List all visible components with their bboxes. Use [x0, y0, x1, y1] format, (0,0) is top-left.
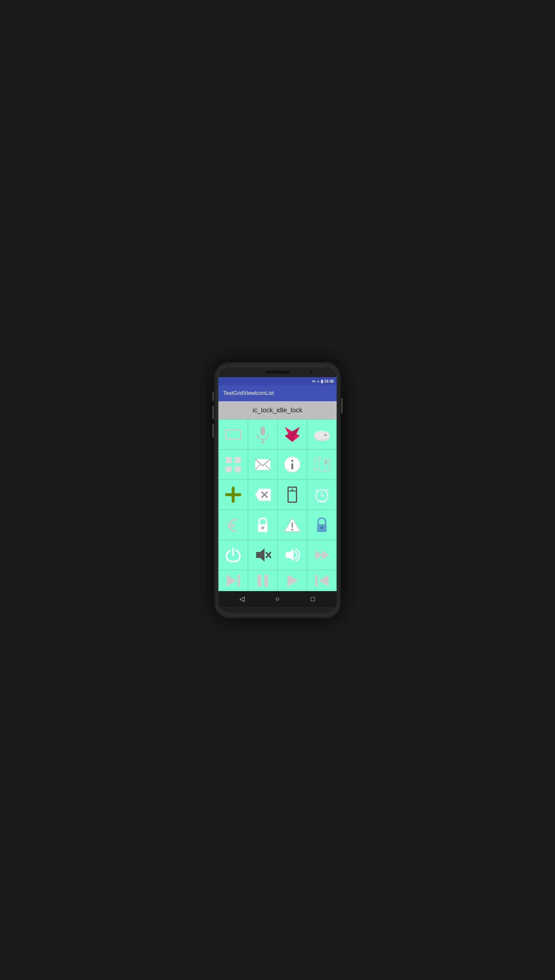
grid-cell-map[interactable]: [307, 449, 337, 480]
svg-point-42: [291, 529, 293, 531]
phone-device: 3G ▲ ▓ 16:38 TestGridViewIconList ic_loc…: [214, 362, 341, 618]
app-bar: TestGridViewIconList: [218, 385, 337, 401]
icon-grid: i: [218, 419, 337, 591]
info-icon: i: [283, 456, 302, 473]
email-icon: [253, 456, 272, 473]
lock-gray-icon: [253, 516, 272, 534]
grid-cell-fast-forward[interactable]: [307, 540, 337, 570]
svg-rect-10: [226, 466, 232, 472]
backspace-icon: [253, 486, 272, 504]
close-red-icon: [283, 425, 302, 443]
warning-icon: [283, 516, 302, 534]
svg-marker-49: [286, 549, 294, 561]
time-display: 16:38: [324, 379, 334, 384]
grid-cell-mic[interactable]: [248, 419, 278, 449]
grid-cell-add[interactable]: [218, 480, 248, 510]
power-button[interactable]: [341, 398, 343, 413]
svg-marker-50: [315, 550, 322, 560]
grid-cell-power[interactable]: [218, 540, 248, 570]
grid-cell-backspace[interactable]: [248, 480, 278, 510]
svg-rect-0: [226, 430, 241, 439]
svg-rect-53: [237, 575, 240, 587]
back-button[interactable]: ◁: [236, 593, 248, 605]
sim-icon: 3G: [312, 380, 316, 383]
svg-point-39: [261, 526, 264, 529]
mic-icon: [253, 425, 272, 443]
svg-line-34: [316, 489, 318, 492]
grid-cell-rectangle[interactable]: [218, 419, 248, 449]
alarm-icon: [313, 486, 331, 504]
grid-cell-lock-blue[interactable]: [307, 510, 337, 540]
svg-marker-57: [319, 575, 329, 587]
grid-cell-lock-gray[interactable]: [248, 510, 278, 540]
svg-rect-58: [315, 575, 318, 587]
svg-marker-52: [226, 575, 236, 587]
svg-point-4: [262, 441, 264, 443]
app-title: TestGridViewIconList: [223, 390, 274, 396]
selected-label-bar: ic_lock_idle_lock: [218, 401, 337, 419]
svg-rect-54: [257, 575, 261, 587]
bookmark-icon: [283, 486, 302, 504]
phone-top-bar: [218, 368, 337, 377]
svg-rect-9: [235, 457, 241, 463]
skip-next-icon: [224, 572, 242, 590]
mute-icon: [253, 546, 272, 564]
euro-icon: [224, 516, 242, 534]
lock-blue-icon: [313, 516, 331, 534]
grid-cell-pause[interactable]: [248, 570, 278, 591]
front-camera: [310, 371, 313, 374]
battery-icon: ▓: [321, 379, 323, 383]
grid-cell-email[interactable]: [248, 449, 278, 480]
silent-button[interactable]: [212, 424, 214, 437]
volume-down-button[interactable]: [212, 406, 214, 419]
grid-cell-grid[interactable]: [218, 449, 248, 480]
pause-icon: [253, 572, 272, 590]
svg-marker-56: [287, 575, 298, 587]
play-icon: [283, 572, 302, 590]
svg-point-22: [324, 460, 327, 464]
grid-cell-bookmark[interactable]: [278, 480, 307, 510]
selected-icon-name: ic_lock_idle_lock: [252, 406, 302, 414]
svg-point-6: [314, 431, 330, 439]
signal-icon: ▲: [317, 379, 320, 383]
svg-line-35: [326, 489, 328, 492]
svg-rect-55: [264, 575, 268, 587]
screen-content: 3G ▲ ▓ 16:38 TestGridViewIconList ic_loc…: [218, 377, 337, 591]
grid-cell-drive[interactable]: [307, 419, 337, 449]
svg-rect-8: [226, 457, 232, 463]
grid-cell-euro[interactable]: [218, 510, 248, 540]
grid-cell-skip-previous[interactable]: [307, 570, 337, 591]
rectangle-icon: [224, 425, 242, 443]
map-icon: [313, 456, 331, 473]
phone-screen: 3G ▲ ▓ 16:38 TestGridViewIconList ic_loc…: [218, 368, 337, 613]
status-bar: 3G ▲ ▓ 16:38: [218, 377, 337, 385]
skip-previous-icon: [313, 572, 331, 590]
fast-forward-icon: [313, 546, 331, 564]
svg-rect-18: [291, 460, 293, 462]
grid-cell-warning[interactable]: [278, 510, 307, 540]
grid-icon: [224, 456, 242, 473]
grid-cell-play[interactable]: [278, 570, 307, 591]
svg-marker-46: [256, 548, 265, 561]
svg-point-44: [320, 526, 323, 529]
volume-up-button[interactable]: [212, 392, 214, 401]
svg-marker-25: [255, 489, 271, 501]
power-icon: [224, 546, 242, 564]
svg-rect-11: [235, 466, 241, 472]
home-button[interactable]: ○: [271, 593, 284, 605]
svg-point-7: [324, 434, 327, 436]
grid-cell-close[interactable]: [278, 419, 307, 449]
svg-marker-51: [322, 550, 329, 560]
grid-cell-skip-next[interactable]: [218, 570, 248, 591]
grid-cell-info[interactable]: i: [278, 449, 307, 480]
grid-cell-mute[interactable]: [248, 540, 278, 570]
grid-cell-alarm[interactable]: [307, 480, 337, 510]
phone-bottom-bar: [218, 607, 337, 613]
speaker: [265, 371, 290, 374]
add-icon: [224, 486, 242, 504]
svg-marker-19: [314, 457, 329, 472]
drive-icon: [313, 425, 331, 443]
recents-button[interactable]: □: [307, 593, 319, 605]
grid-cell-volume[interactable]: [278, 540, 307, 570]
svg-rect-1: [260, 427, 265, 435]
